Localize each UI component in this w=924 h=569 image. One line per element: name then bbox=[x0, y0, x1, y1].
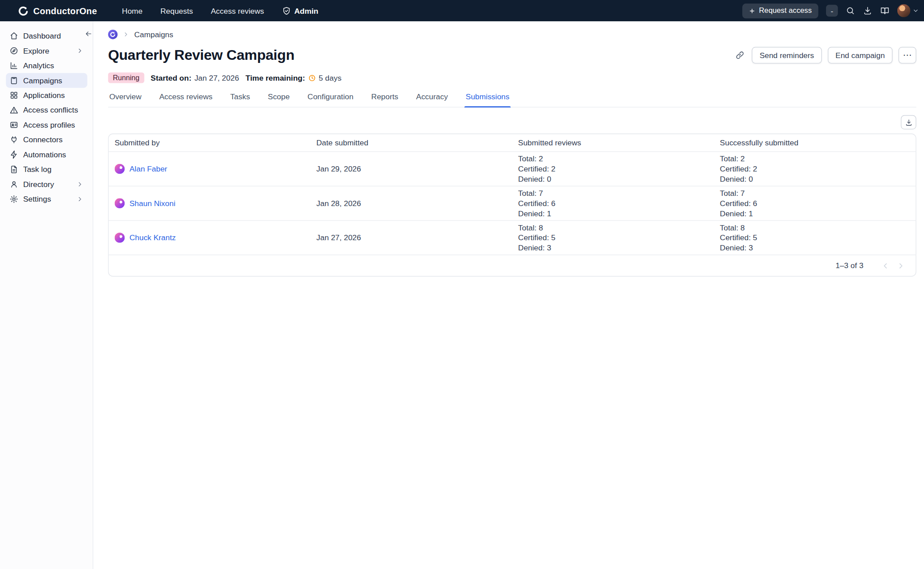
breadcrumb-campaigns[interactable]: Campaigns bbox=[134, 30, 173, 39]
user-menu[interactable] bbox=[897, 4, 920, 17]
previous-page-button[interactable] bbox=[878, 258, 893, 273]
sidebar-item-automations[interactable]: Automations bbox=[6, 147, 87, 162]
sidebar-item-task-log[interactable]: Task log bbox=[6, 162, 87, 177]
table-row: Alan Faber Jan 29, 2026 Total: 2 Certifi… bbox=[109, 152, 916, 186]
title-actions: Send reminders End campaign ⋯ bbox=[734, 47, 916, 64]
downloads-button[interactable] bbox=[863, 6, 872, 15]
screen: ConductorOne Home Requests Access review… bbox=[0, 0, 924, 569]
end-campaign-button[interactable]: End campaign bbox=[828, 47, 893, 64]
tab-scope[interactable]: Scope bbox=[266, 92, 291, 107]
total-line: Total: 2 bbox=[518, 154, 714, 164]
tab-access-reviews[interactable]: Access reviews bbox=[158, 92, 214, 107]
sidebar-item-label: Access profiles bbox=[23, 121, 75, 129]
submitted-by-cell: Alan Faber bbox=[109, 164, 310, 174]
tab-bar: Overview Access reviews Tasks Scope Conf… bbox=[108, 92, 916, 108]
table-header: Submitted by Date submitted Submitted re… bbox=[109, 134, 916, 152]
avatar bbox=[114, 198, 125, 208]
nav-home[interactable]: Home bbox=[122, 6, 142, 15]
status-row: Running Started on: Jan 27, 2026 Time re… bbox=[108, 72, 916, 84]
table-row: Chuck Krantz Jan 27, 2026 Total: 8 Certi… bbox=[109, 220, 916, 255]
search-button[interactable] bbox=[846, 6, 855, 15]
user-link[interactable]: Chuck Krantz bbox=[129, 233, 176, 242]
nav-requests[interactable]: Requests bbox=[161, 6, 193, 15]
date-cell: Jan 27, 2026 bbox=[310, 233, 512, 242]
nav-admin[interactable]: Admin bbox=[282, 6, 318, 15]
arrow-left-icon bbox=[84, 30, 93, 38]
certified-line: Certified: 6 bbox=[518, 198, 714, 208]
chevron-right-icon bbox=[896, 261, 905, 270]
started-on-label: Started on: bbox=[151, 73, 192, 82]
copy-link-button[interactable] bbox=[734, 49, 746, 61]
topbar-actions: Request access - bbox=[742, 3, 919, 18]
docs-button[interactable] bbox=[880, 6, 889, 15]
time-remaining-value: 5 days bbox=[319, 73, 341, 82]
date-cell: Jan 29, 2026 bbox=[310, 164, 512, 173]
sidebar-item-settings[interactable]: Settings bbox=[6, 192, 87, 207]
user-link[interactable]: Alan Faber bbox=[129, 164, 167, 173]
tab-tasks[interactable]: Tasks bbox=[229, 92, 251, 107]
tab-reports[interactable]: Reports bbox=[370, 92, 399, 107]
download-icon bbox=[863, 6, 872, 15]
tab-configuration[interactable]: Configuration bbox=[306, 92, 355, 107]
sidebar-item-connectors[interactable]: Connectors bbox=[6, 133, 87, 147]
shortcut-button[interactable]: - bbox=[826, 5, 838, 17]
user-link[interactable]: Shaun Nixoni bbox=[129, 199, 176, 208]
brand-name: ConductorOne bbox=[33, 6, 97, 16]
alert-triangle-icon bbox=[9, 105, 18, 114]
export-button[interactable] bbox=[901, 115, 916, 129]
next-page-button[interactable] bbox=[893, 258, 908, 273]
more-actions-button[interactable]: ⋯ bbox=[898, 47, 916, 64]
sidebar-item-campaigns[interactable]: Campaigns bbox=[6, 73, 87, 88]
denied-line: Denied: 3 bbox=[720, 243, 916, 253]
send-reminders-button[interactable]: Send reminders bbox=[752, 47, 822, 64]
column-submitted-by: Submitted by bbox=[109, 138, 310, 147]
sidebar-item-label: Automations bbox=[23, 150, 66, 159]
clock-icon bbox=[308, 74, 316, 82]
avatar bbox=[114, 233, 125, 243]
table-footer: 1–3 of 3 bbox=[109, 255, 916, 276]
search-icon bbox=[846, 6, 855, 15]
started-on-value: Jan 27, 2026 bbox=[194, 73, 239, 82]
tab-overview[interactable]: Overview bbox=[108, 92, 143, 107]
total-line: Total: 8 bbox=[518, 222, 714, 233]
link-icon bbox=[735, 51, 744, 60]
sidebar-item-label: Applications bbox=[23, 91, 65, 100]
certified-line: Certified: 2 bbox=[518, 164, 714, 174]
topbar: ConductorOne Home Requests Access review… bbox=[0, 0, 924, 21]
column-successfully-submitted: Successfully submitted bbox=[714, 138, 916, 147]
tab-accuracy[interactable]: Accuracy bbox=[415, 92, 449, 107]
sidebar-item-access-profiles[interactable]: Access profiles bbox=[6, 117, 87, 132]
plug-icon bbox=[9, 135, 18, 144]
book-open-icon bbox=[880, 6, 889, 15]
successfully-submitted-cell: Total: 2 Certified: 2 Denied: 0 bbox=[714, 154, 916, 184]
request-access-button[interactable]: Request access bbox=[742, 3, 818, 18]
sidebar-item-label: Analytics bbox=[23, 61, 54, 70]
denied-line: Denied: 1 bbox=[518, 208, 714, 218]
sidebar: Dashboard Explore Analytics Campaigns Ap… bbox=[0, 21, 93, 569]
sidebar-item-label: Task log bbox=[23, 165, 51, 174]
submitted-reviews-cell: Total: 8 Certified: 5 Denied: 3 bbox=[512, 222, 714, 253]
sidebar-item-explore[interactable]: Explore bbox=[6, 43, 87, 58]
chevron-right-icon bbox=[76, 195, 83, 203]
sidebar-item-access-conflicts[interactable]: Access conflicts bbox=[6, 103, 87, 117]
brand[interactable]: ConductorOne bbox=[18, 5, 97, 16]
admin-label: Admin bbox=[294, 6, 318, 15]
sidebar-collapse-button[interactable] bbox=[83, 28, 94, 39]
sidebar-item-applications[interactable]: Applications bbox=[6, 88, 87, 102]
sidebar-item-directory[interactable]: Directory bbox=[6, 177, 87, 191]
title-row: Quarterly Review Campaign Send reminders… bbox=[108, 46, 916, 64]
bar-chart-icon bbox=[9, 61, 18, 70]
denied-line: Denied: 1 bbox=[720, 208, 916, 218]
zap-icon bbox=[9, 150, 18, 159]
submitted-reviews-cell: Total: 2 Certified: 2 Denied: 0 bbox=[512, 154, 714, 184]
successfully-submitted-cell: Total: 8 Certified: 5 Denied: 3 bbox=[714, 222, 916, 253]
certified-line: Certified: 5 bbox=[518, 233, 714, 243]
sidebar-item-dashboard[interactable]: Dashboard bbox=[6, 28, 87, 43]
date-cell: Jan 28, 2026 bbox=[310, 199, 512, 208]
home-icon bbox=[9, 31, 18, 40]
sidebar-item-analytics[interactable]: Analytics bbox=[6, 58, 87, 73]
tab-submissions[interactable]: Submissions bbox=[465, 92, 511, 107]
denied-line: Denied: 0 bbox=[720, 174, 916, 184]
avatar bbox=[114, 164, 125, 174]
nav-access-reviews[interactable]: Access reviews bbox=[211, 6, 264, 15]
